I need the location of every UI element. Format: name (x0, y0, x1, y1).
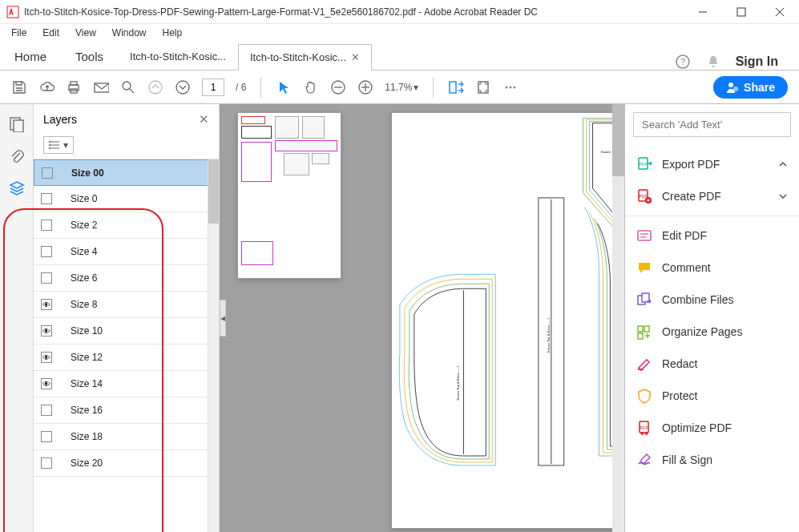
protect-tool[interactable]: Protect (625, 380, 799, 412)
layers-rail-icon[interactable] (8, 179, 26, 197)
layer-row[interactable]: Size 20 (34, 450, 219, 477)
document-tab-1-label: Itch-to-Stitch-Kosic... (130, 50, 226, 62)
toolbar-separator (433, 77, 434, 98)
document-scrollbar[interactable] (612, 104, 624, 532)
svg-point-23 (510, 86, 512, 88)
combine-files-icon (636, 292, 652, 308)
document-tab-1[interactable]: Itch-to-Stitch-Kosic... (118, 43, 238, 70)
redact-label: Redact (662, 357, 697, 370)
layer-row[interactable]: Size 8 (34, 292, 219, 318)
zoom-out-icon[interactable] (330, 79, 346, 95)
layer-visibility-toggle[interactable] (34, 193, 59, 204)
main-area: Layers ✕ ▾ Size 00Size 0Size 2Size 4Size… (0, 104, 799, 532)
sign-in-button[interactable]: Sign In (736, 54, 778, 69)
layer-row[interactable]: Size 14 (34, 371, 219, 397)
save-icon[interactable] (11, 79, 27, 95)
share-button[interactable]: Share (713, 76, 788, 99)
layer-row[interactable]: Size 00 (34, 159, 219, 186)
organize-pages-tool[interactable]: Organize Pages (625, 316, 799, 348)
edit-pdf-tool[interactable]: Edit PDF (625, 220, 799, 252)
help-icon[interactable]: ? (675, 54, 691, 70)
layer-row[interactable]: Size 0 (34, 186, 219, 212)
layer-visibility-toggle[interactable] (34, 299, 59, 310)
create-pdf-tool[interactable]: PDF Create PDF (625, 180, 799, 216)
layer-row[interactable]: Size 10 (34, 318, 219, 345)
find-icon[interactable] (120, 79, 136, 95)
thumbnails-rail-icon[interactable] (8, 115, 26, 133)
layer-visibility-toggle[interactable] (34, 378, 59, 389)
edit-pdf-icon (636, 228, 652, 244)
layer-visibility-toggle[interactable] (34, 272, 59, 284)
zoom-in-icon[interactable] (357, 79, 373, 95)
layer-visibility-toggle[interactable] (34, 325, 59, 337)
attachments-rail-icon[interactable] (8, 147, 26, 165)
svg-rect-20 (450, 82, 456, 93)
toolbar-separator (260, 77, 261, 98)
svg-point-35 (49, 144, 50, 146)
fit-page-icon[interactable] (475, 79, 491, 95)
document-tab-2-close-icon[interactable]: ✕ (351, 51, 360, 63)
layer-visibility-toggle[interactable] (34, 220, 59, 231)
fill-sign-tool[interactable]: Fill & Sign (625, 444, 799, 476)
list-icon (49, 140, 60, 150)
svg-text:Kosice Top & Dress — 1: Kosice Top & Dress — 1 (547, 317, 551, 353)
comment-tool[interactable]: Comment (625, 252, 799, 284)
export-pdf-tool[interactable]: PDF Export PDF (625, 148, 799, 180)
collapse-left-handle[interactable]: ◀ (220, 300, 226, 337)
redact-tool[interactable]: Redact (625, 348, 799, 380)
menu-edit[interactable]: Edit (34, 26, 67, 40)
document-tab-2[interactable]: Itch-to-Stitch-Kosic... ✕ (238, 44, 372, 71)
layers-panel-close-icon[interactable]: ✕ (199, 112, 209, 127)
layer-name-label: Size 16 (63, 405, 103, 416)
page-up-icon[interactable] (147, 79, 163, 95)
page-number-input[interactable] (202, 79, 224, 96)
combine-files-tool[interactable]: Combine Files (625, 284, 799, 316)
more-tools-icon[interactable] (502, 79, 519, 95)
window-minimize-button[interactable] (690, 2, 716, 22)
layer-scrollbar[interactable] (208, 159, 219, 532)
menu-file[interactable]: File (3, 26, 34, 40)
layer-row[interactable]: Size 18 (34, 424, 219, 450)
layer-row[interactable]: Size 6 (34, 265, 219, 292)
layer-visibility-toggle[interactable] (34, 405, 59, 416)
layer-visibility-toggle[interactable] (34, 431, 59, 442)
layers-options-dropdown[interactable]: ▾ (43, 136, 74, 154)
tools-search-input[interactable] (633, 112, 791, 137)
window-close-button[interactable] (767, 2, 793, 22)
cloud-upload-icon[interactable] (38, 79, 54, 95)
svg-point-13 (149, 81, 162, 94)
layer-visibility-toggle[interactable] (34, 167, 60, 179)
page-down-icon[interactable] (175, 79, 191, 95)
layer-row[interactable]: Size 4 (34, 239, 219, 265)
chevron-down-icon: ▾ (63, 139, 68, 151)
home-tab[interactable]: Home (0, 43, 61, 70)
menu-help[interactable]: Help (155, 26, 191, 40)
tools-tab[interactable]: Tools (61, 43, 118, 70)
fit-width-icon[interactable] (448, 79, 464, 95)
document-page-1 (237, 112, 341, 279)
layer-visibility-toggle[interactable] (34, 352, 59, 363)
hand-pan-icon[interactable] (303, 79, 319, 95)
layers-panel-title: Layers (43, 113, 77, 126)
menu-window[interactable]: Window (104, 26, 155, 40)
layer-visibility-toggle[interactable] (34, 457, 59, 469)
document-area[interactable]: ◀ ▶ Kosice Top & (220, 104, 624, 532)
layer-row[interactable]: Size 16 (34, 397, 219, 424)
layer-name-label: Size 18 (63, 431, 103, 442)
layer-visibility-toggle[interactable] (34, 246, 59, 257)
layer-row[interactable]: Size 12 (34, 345, 219, 371)
optimize-pdf-tool[interactable]: PDF Optimize PDF (625, 412, 799, 444)
mail-icon[interactable] (93, 79, 109, 95)
print-icon[interactable] (66, 79, 82, 95)
zoom-dropdown[interactable]: 11.7% ▾ (385, 82, 418, 93)
notifications-icon[interactable] (705, 54, 721, 70)
window-maximize-button[interactable] (728, 2, 754, 22)
menu-view[interactable]: View (67, 26, 104, 40)
select-arrow-icon[interactable] (276, 79, 292, 95)
svg-point-24 (514, 86, 516, 88)
right-tools-panel: PDF Export PDF PDF Create PDF Edit PDF C… (624, 104, 799, 532)
layer-row[interactable]: Size 2 (34, 212, 219, 239)
svg-rect-8 (71, 82, 77, 85)
layer-name-label: Size 8 (63, 299, 97, 310)
svg-text:PDF: PDF (640, 162, 648, 167)
